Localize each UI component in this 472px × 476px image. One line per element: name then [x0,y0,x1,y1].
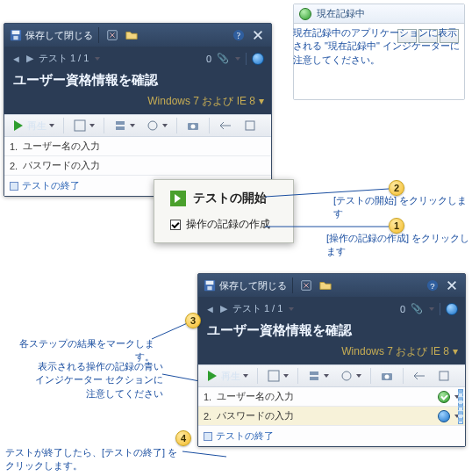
recording-title: 現在記録中 [317,7,365,20]
titlebar: 保存して閉じる ? [4,24,271,47]
play-button[interactable]: 再生 [8,117,58,134]
svg-text:?: ? [237,31,240,40]
toolbar: 再生 [4,114,271,137]
breadcrumb-text: テスト 1 / 1 [232,302,282,315]
tool-c[interactable] [336,367,365,385]
tool-e[interactable] [240,117,261,134]
step-label: パスワードの入力 [23,159,100,172]
info-orb[interactable] [446,303,458,315]
callout-4: 表示される操作の記録の青い インジケーター セクションに 注意してください [16,360,163,400]
step-label: ユーザー名の入力 [217,390,294,403]
start-test-button[interactable]: テストの開始 [193,191,267,206]
svg-rect-25 [268,371,279,381]
svg-point-26 [342,371,351,380]
callout-2: [テストの開始] をクリックします [333,194,472,221]
clear-button[interactable] [104,27,120,43]
tool-a[interactable] [69,117,98,134]
counter-value: 0 [206,54,211,64]
play-button[interactable]: 再生 [202,367,252,385]
tool-a[interactable] [263,367,292,385]
start-icon [170,191,186,206]
page-title: ユーザー資格情報を確認 [4,70,271,94]
callout-1: [操作の記録の作成] をクリックします [326,232,472,259]
recording-note: 現在記録中のアプリケーションに表示される "現在記録中" インジケーターに注意し… [293,26,465,67]
tool-b[interactable] [110,117,139,134]
info-orb[interactable] [252,53,264,65]
step-label: ユーザー名の入力 [23,140,100,153]
attachment-icon[interactable]: 📎 [217,53,229,64]
info-mark[interactable] [438,410,450,422]
save-icon [10,29,22,41]
svg-point-8 [148,121,157,130]
help-button[interactable]: ? [425,278,440,293]
svg-text:?: ? [430,281,434,291]
record-actions-label: 操作の記録の作成 [186,217,270,232]
svg-rect-20 [207,286,211,290]
close-button[interactable] [444,278,460,293]
callout-bubble-4: 4 [175,430,191,446]
close-button[interactable] [250,27,266,43]
titlebar: 保存して閉じる ? [198,274,465,297]
svg-rect-2 [13,36,18,40]
help-button[interactable]: ? [231,27,247,43]
svg-point-10 [191,125,196,129]
end-icon [10,182,18,191]
clear-button[interactable] [298,278,314,293]
prev-button[interactable]: ◄ [11,54,21,64]
svg-rect-7 [75,120,85,131]
folder-button[interactable] [124,27,139,43]
tool-b[interactable] [304,367,333,385]
prev-button[interactable]: ◄ [205,304,215,314]
attachment-icon[interactable]: 📎 [411,303,423,314]
next-button[interactable]: ▶ [26,53,33,64]
recording-indicator [458,389,463,424]
step-row[interactable]: 1. ユーザー名の入力 [4,137,271,156]
counter-value: 0 [400,304,405,314]
pass-mark[interactable] [438,391,450,403]
camera-button[interactable] [182,117,204,134]
save-close-label: 保存して閉じる [25,29,93,42]
step-row[interactable]: 2. パスワードの入力 [4,156,271,176]
environment-label[interactable]: Windows 7 および IE 8▾ [198,344,465,364]
tool-d[interactable] [409,367,430,385]
svg-rect-1 [12,31,20,34]
breadcrumb-dropdown[interactable] [95,57,100,61]
recording-icon [299,8,311,20]
end-test-link[interactable]: テストの終了 [198,426,465,446]
save-close-label: 保存して閉じる [219,279,287,292]
breadcrumb: ◄ ▶ テスト 1 / 1 0 📎 [4,47,271,70]
svg-rect-11 [246,121,254,130]
page-title: ユーザー資格情報を確認 [198,321,465,344]
step-row[interactable]: 1. ユーザー名の入力 [198,387,465,407]
svg-point-28 [385,375,390,379]
breadcrumb: ◄ ▶ テスト 1 / 1 0 📎 [198,297,465,321]
chevron-down-icon: ▾ [259,95,264,107]
tool-d[interactable] [215,117,236,134]
svg-marker-24 [208,371,217,381]
chevron-down-icon: ▾ [453,345,458,357]
step-label: パスワードの入力 [217,409,294,422]
tool-c[interactable] [142,117,171,134]
next-button[interactable]: ▶ [220,303,227,314]
toolbar: 再生 [198,364,465,387]
environment-label[interactable]: Windows 7 および IE 8▾ [4,94,271,114]
svg-rect-29 [440,371,448,380]
callout-5: テストが終了したら、[テストの終了] を クリックします。 [5,446,181,473]
svg-line-17 [182,451,226,457]
step-row[interactable]: 2. パスワードの入力 [198,407,465,426]
record-actions-checkbox[interactable] [170,220,181,230]
folder-button[interactable] [318,278,333,293]
svg-rect-19 [206,281,214,285]
save-icon [204,279,216,292]
breadcrumb-dropdown[interactable] [289,307,294,311]
end-icon [204,432,212,441]
tool-e[interactable] [433,367,454,385]
callout-bubble-3: 3 [185,313,201,328]
camera-button[interactable] [376,367,397,385]
svg-marker-6 [14,120,23,131]
breadcrumb-text: テスト 1 / 1 [39,52,89,65]
